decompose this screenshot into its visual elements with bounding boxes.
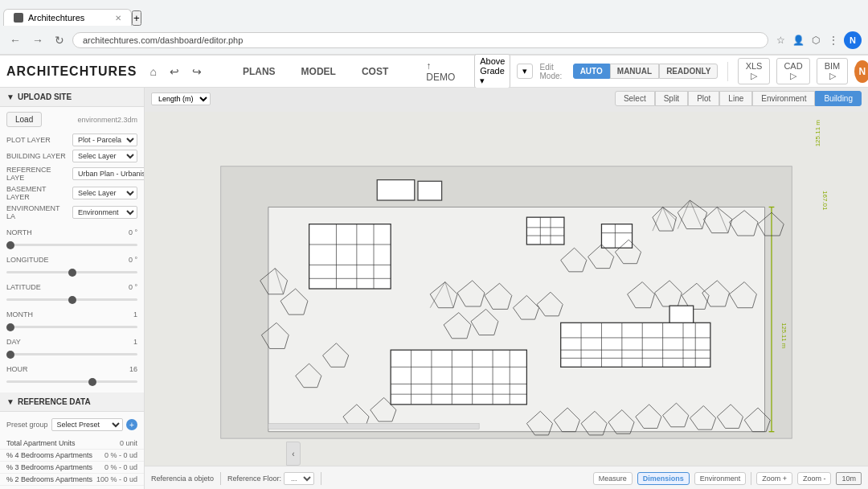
plot-layer-row: PLOT LAYER Plot - Parcela [0, 132, 144, 148]
app-header: ARCHITECHTURES ⌂ ↩ ↪ PLANS MODEL COST ↑ … [0, 55, 868, 88]
edit-mode-readonly-btn[interactable]: READONLY [659, 64, 718, 79]
plot-tool-btn[interactable]: Plot [688, 91, 719, 106]
dimensions-btn[interactable]: Dimensions [637, 472, 690, 485]
floor-select[interactable]: ▾ [517, 64, 533, 79]
environment-layer-label: ENVIRONMENT LA [6, 204, 69, 220]
load-btn[interactable]: Load [6, 112, 42, 127]
zoom-out-btn[interactable]: Zoom - [797, 472, 832, 485]
basement-layer-select[interactable]: Selec Layer [72, 187, 137, 199]
north-slider[interactable] [6, 244, 137, 246]
bim-btn[interactable]: BIM ▷ [817, 58, 848, 84]
ref-data-section: Preset group Select Preset + [0, 412, 144, 438]
total-apartments-label: Total Apartment Units [6, 439, 76, 447]
day-slider[interactable] [6, 353, 137, 355]
bookmark-icon[interactable]: ☆ [773, 33, 788, 47]
ref-floor-label: Reference Floor: [227, 475, 281, 483]
address-bar[interactable]: architechtures.com/dashboard/editor.php [72, 32, 768, 48]
building-4 [526, 217, 564, 244]
building-layer-select[interactable]: Selec Layer [72, 150, 137, 162]
grade-select[interactable]: Above Grade ▾ [474, 54, 510, 88]
settings-icon[interactable]: ⋮ [826, 33, 841, 47]
canvas-area[interactable]: Length (m) Select Split Plot Line Enviro… [145, 88, 868, 489]
bedrooms4-label: % 4 Bedrooms Apartments [6, 451, 92, 459]
edit-mode-label: Edit Mode: [539, 63, 566, 80]
bottom-sep-3 [751, 472, 751, 485]
home-icon-btn[interactable]: ⌂ [146, 64, 159, 80]
select-tool-btn[interactable]: Select [615, 91, 655, 106]
building-tool-btn[interactable]: Building [815, 91, 862, 106]
month-slider[interactable] [6, 326, 137, 328]
ref-floor-select[interactable]: ... [284, 472, 314, 485]
ref-obj-item[interactable]: Referencia a objeto [151, 475, 214, 483]
grade-label: Above Grade ▾ [480, 56, 505, 86]
svg-rect-44 [601, 224, 632, 249]
app-logo: ARCHITECHTURES [6, 64, 137, 79]
demo-label: ↑ DEMO [426, 60, 455, 83]
sidebar-toggle-btn[interactable]: ‹ [286, 442, 301, 466]
tab-model[interactable]: MODEL [289, 60, 348, 83]
latitude-value: 0 ° [129, 283, 137, 291]
reference-layer-select[interactable]: Urban Plan - Urbanismo [72, 167, 145, 180]
canvas-toolbar: Length (m) Select Split Plot Line Enviro… [145, 88, 868, 109]
ref-data-label: REFERENCE DATA [18, 397, 91, 406]
sidebar: ▼ UPLOAD SITE Load environment2.3dm PLOT… [0, 88, 145, 489]
ref-data-arrow: ▼ [6, 397, 14, 406]
hour-slider[interactable] [6, 380, 137, 383]
hour-label: Hour [6, 365, 28, 373]
user-avatar[interactable]: N [854, 60, 868, 83]
day-label-row: Day 1 [6, 338, 137, 346]
split-tool-btn[interactable]: Split [655, 91, 688, 106]
day-value: 1 [133, 338, 137, 346]
nav-forward-btn[interactable]: → [29, 32, 47, 48]
north-label-row: North 0 ° [6, 228, 137, 236]
building-1 [309, 224, 391, 289]
upload-site-header[interactable]: ▼ UPLOAD SITE [0, 88, 144, 107]
header-demo: ↑ DEMO [426, 60, 455, 83]
environment-tool-btn[interactable]: Environment [752, 91, 815, 106]
tab-close-btn[interactable]: ✕ [115, 14, 121, 23]
browser-nav-icons: ☆ 👤 ⬡ ⋮ N [773, 31, 862, 49]
redo-btn[interactable]: ↪ [189, 64, 205, 80]
edit-mode-manual-btn[interactable]: MANUAL [610, 64, 659, 79]
nav-refresh-btn[interactable]: ↻ [51, 32, 68, 48]
longitude-slider[interactable] [6, 271, 137, 273]
building-2 [391, 350, 526, 405]
longitude-label-row: Longitude 0 ° [6, 256, 137, 264]
xls-btn[interactable]: XLS ▷ [738, 58, 770, 84]
length-select[interactable]: Length (m) [151, 92, 211, 105]
profile-icon[interactable]: 👤 [791, 33, 805, 47]
latitude-slider[interactable] [6, 298, 137, 301]
hour-value: 16 [129, 365, 137, 373]
floor-arrow: ▾ [522, 66, 527, 76]
preset-select[interactable]: Select Preset [51, 418, 123, 431]
new-tab-btn[interactable]: + [132, 10, 141, 26]
hour-label-row: Hour 16 [6, 365, 137, 373]
header-nav-tabs: PLANS MODEL COST [231, 60, 400, 83]
basement-layer-label: BASEMENT LAYER [6, 185, 69, 201]
cad-btn[interactable]: CAD ▷ [776, 58, 810, 84]
latitude-label: Latitude [6, 283, 41, 291]
plot-layer-select[interactable]: Plot - Parcela [72, 134, 137, 146]
undo-btn[interactable]: ↩ [166, 64, 182, 80]
svg-rect-92 [377, 180, 415, 200]
edit-mode-auto-btn[interactable]: AUTO [573, 64, 610, 79]
browser-user-avatar[interactable]: N [844, 31, 862, 49]
latitude-label-row: Latitude 0 ° [6, 283, 137, 291]
ref-data-header[interactable]: ▼ REFERENCE DATA [0, 392, 144, 412]
line-tool-btn[interactable]: Line [719, 91, 752, 106]
zoom-in-btn[interactable]: Zoom + [756, 472, 792, 485]
tab-title: Architechtures [28, 13, 84, 23]
svg-rect-94 [268, 424, 479, 429]
browser-tab-active[interactable]: Architechtures ✕ [3, 9, 132, 26]
preset-row: Preset group Select Preset + [6, 418, 137, 431]
measure-btn[interactable]: Measure [593, 472, 633, 485]
preset-add-btn[interactable]: + [126, 419, 137, 430]
tab-cost[interactable]: COST [350, 60, 400, 83]
tab-plans[interactable]: PLANS [231, 60, 288, 83]
nav-back-btn[interactable]: ← [6, 32, 24, 48]
environment-btn[interactable]: Environment [694, 472, 747, 485]
environment-layer-select[interactable]: Environment [72, 206, 137, 219]
bedrooms2-value: 100 % - 0 ud [96, 475, 137, 483]
upload-site-arrow: ▼ [6, 92, 14, 101]
extensions-icon[interactable]: ⬡ [809, 33, 823, 47]
